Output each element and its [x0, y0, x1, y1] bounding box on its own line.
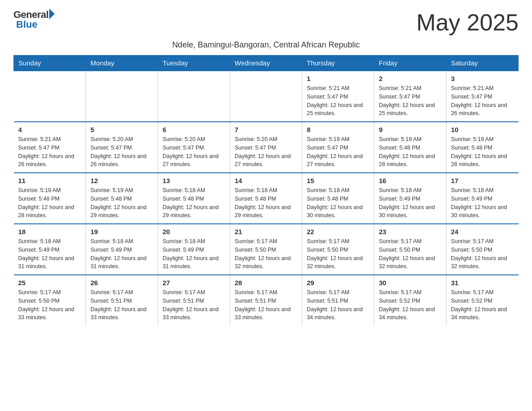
day-number: 8: [307, 126, 369, 133]
day-number: 27: [163, 279, 225, 287]
day-number: 30: [379, 279, 442, 287]
calendar-day-7: 7Sunrise: 5:20 AMSunset: 5:47 PMDaylight…: [230, 122, 302, 173]
weekday-header-friday: Friday: [374, 56, 446, 71]
calendar-day-23: 23Sunrise: 5:17 AMSunset: 5:50 PMDayligh…: [374, 224, 446, 275]
day-number: 3: [451, 75, 514, 82]
calendar-week-row: 4Sunrise: 5:21 AMSunset: 5:47 PMDaylight…: [14, 122, 519, 173]
calendar-header-row: SundayMondayTuesdayWednesdayThursdayFrid…: [14, 56, 519, 71]
day-number: 1: [307, 75, 369, 82]
logo-arrow-icon: [49, 9, 55, 19]
day-info: Sunrise: 5:21 AMSunset: 5:47 PMDaylight:…: [18, 135, 82, 169]
day-info: Sunrise: 5:21 AMSunset: 5:47 PMDaylight:…: [451, 84, 514, 118]
month-title: May 2025: [416, 9, 519, 36]
day-info: Sunrise: 5:20 AMSunset: 5:47 PMDaylight:…: [235, 135, 297, 169]
day-number: 15: [307, 177, 369, 184]
day-number: 31: [451, 279, 514, 287]
calendar-empty-cell: [86, 71, 158, 122]
day-info: Sunrise: 5:20 AMSunset: 5:47 PMDaylight:…: [163, 135, 225, 169]
logo-blue-text: Blue: [16, 19, 38, 30]
day-number: 14: [235, 177, 297, 184]
calendar-week-row: 25Sunrise: 5:17 AMSunset: 5:50 PMDayligh…: [14, 275, 519, 325]
day-info: Sunrise: 5:17 AMSunset: 5:50 PMDaylight:…: [18, 288, 82, 322]
day-number: 25: [18, 279, 82, 287]
day-number: 17: [451, 177, 514, 184]
calendar-empty-cell: [14, 71, 86, 122]
day-info: Sunrise: 5:18 AMSunset: 5:49 PMDaylight:…: [379, 186, 442, 220]
day-info: Sunrise: 5:21 AMSunset: 5:47 PMDaylight:…: [307, 84, 369, 118]
calendar-table: SundayMondayTuesdayWednesdayThursdayFrid…: [13, 55, 519, 325]
weekday-header-sunday: Sunday: [14, 56, 86, 71]
day-info: Sunrise: 5:17 AMSunset: 5:50 PMDaylight:…: [235, 237, 297, 271]
weekday-header-wednesday: Wednesday: [230, 56, 302, 71]
day-info: Sunrise: 5:18 AMSunset: 5:49 PMDaylight:…: [163, 237, 225, 271]
day-number: 12: [90, 177, 153, 184]
calendar-day-16: 16Sunrise: 5:18 AMSunset: 5:49 PMDayligh…: [374, 173, 446, 224]
day-info: Sunrise: 5:19 AMSunset: 5:47 PMDaylight:…: [307, 135, 369, 169]
calendar-day-22: 22Sunrise: 5:17 AMSunset: 5:50 PMDayligh…: [302, 224, 374, 275]
day-number: 11: [18, 177, 82, 184]
day-number: 18: [18, 228, 82, 235]
day-info: Sunrise: 5:19 AMSunset: 5:48 PMDaylight:…: [90, 186, 153, 220]
day-info: Sunrise: 5:19 AMSunset: 5:48 PMDaylight:…: [451, 135, 514, 169]
day-number: 23: [379, 228, 442, 235]
calendar-week-row: 11Sunrise: 5:19 AMSunset: 5:48 PMDayligh…: [14, 173, 519, 224]
day-info: Sunrise: 5:17 AMSunset: 5:52 PMDaylight:…: [379, 288, 442, 322]
day-number: 21: [235, 228, 297, 235]
calendar-day-19: 19Sunrise: 5:18 AMSunset: 5:49 PMDayligh…: [86, 224, 158, 275]
day-info: Sunrise: 5:19 AMSunset: 5:48 PMDaylight:…: [18, 186, 82, 220]
calendar-day-9: 9Sunrise: 5:19 AMSunset: 5:48 PMDaylight…: [374, 122, 446, 173]
calendar-day-25: 25Sunrise: 5:17 AMSunset: 5:50 PMDayligh…: [14, 275, 86, 325]
weekday-header-thursday: Thursday: [302, 56, 374, 71]
day-info: Sunrise: 5:18 AMSunset: 5:48 PMDaylight:…: [163, 186, 225, 220]
day-number: 7: [235, 126, 297, 133]
day-info: Sunrise: 5:18 AMSunset: 5:49 PMDaylight:…: [18, 237, 82, 271]
calendar-day-6: 6Sunrise: 5:20 AMSunset: 5:47 PMDaylight…: [158, 122, 230, 173]
day-info: Sunrise: 5:18 AMSunset: 5:49 PMDaylight:…: [451, 186, 514, 220]
calendar-day-24: 24Sunrise: 5:17 AMSunset: 5:50 PMDayligh…: [446, 224, 519, 275]
calendar-day-15: 15Sunrise: 5:18 AMSunset: 5:48 PMDayligh…: [302, 173, 374, 224]
calendar-day-30: 30Sunrise: 5:17 AMSunset: 5:52 PMDayligh…: [374, 275, 446, 325]
day-info: Sunrise: 5:17 AMSunset: 5:51 PMDaylight:…: [90, 288, 153, 322]
calendar-day-2: 2Sunrise: 5:21 AMSunset: 5:47 PMDaylight…: [374, 71, 446, 122]
calendar-day-17: 17Sunrise: 5:18 AMSunset: 5:49 PMDayligh…: [446, 173, 519, 224]
calendar-empty-cell: [230, 71, 302, 122]
calendar-day-29: 29Sunrise: 5:17 AMSunset: 5:51 PMDayligh…: [302, 275, 374, 325]
calendar-day-11: 11Sunrise: 5:19 AMSunset: 5:48 PMDayligh…: [14, 173, 86, 224]
calendar-day-26: 26Sunrise: 5:17 AMSunset: 5:51 PMDayligh…: [86, 275, 158, 325]
day-number: 24: [451, 228, 514, 235]
calendar-empty-cell: [158, 71, 230, 122]
weekday-header-tuesday: Tuesday: [158, 56, 230, 71]
day-number: 20: [163, 228, 225, 235]
calendar-week-row: 1Sunrise: 5:21 AMSunset: 5:47 PMDaylight…: [14, 71, 519, 122]
day-number: 16: [379, 177, 442, 184]
day-info: Sunrise: 5:17 AMSunset: 5:50 PMDaylight:…: [379, 237, 442, 271]
day-number: 5: [90, 126, 153, 133]
day-number: 2: [379, 75, 442, 82]
calendar-week-row: 18Sunrise: 5:18 AMSunset: 5:49 PMDayligh…: [14, 224, 519, 275]
day-info: Sunrise: 5:17 AMSunset: 5:51 PMDaylight:…: [307, 288, 369, 322]
day-number: 4: [18, 126, 82, 133]
day-number: 6: [163, 126, 225, 133]
day-info: Sunrise: 5:20 AMSunset: 5:47 PMDaylight:…: [90, 135, 153, 169]
day-info: Sunrise: 5:17 AMSunset: 5:51 PMDaylight:…: [163, 288, 225, 322]
day-info: Sunrise: 5:19 AMSunset: 5:48 PMDaylight:…: [379, 135, 442, 169]
logo: General Blue: [13, 9, 55, 30]
day-number: 10: [451, 126, 514, 133]
calendar-day-5: 5Sunrise: 5:20 AMSunset: 5:47 PMDaylight…: [86, 122, 158, 173]
day-info: Sunrise: 5:18 AMSunset: 5:49 PMDaylight:…: [90, 237, 153, 271]
day-number: 26: [90, 279, 153, 287]
day-info: Sunrise: 5:17 AMSunset: 5:50 PMDaylight:…: [307, 237, 369, 271]
calendar-day-27: 27Sunrise: 5:17 AMSunset: 5:51 PMDayligh…: [158, 275, 230, 325]
day-number: 13: [163, 177, 225, 184]
day-info: Sunrise: 5:21 AMSunset: 5:47 PMDaylight:…: [379, 84, 442, 118]
weekday-header-monday: Monday: [86, 56, 158, 71]
day-info: Sunrise: 5:18 AMSunset: 5:48 PMDaylight:…: [307, 186, 369, 220]
calendar-day-21: 21Sunrise: 5:17 AMSunset: 5:50 PMDayligh…: [230, 224, 302, 275]
calendar-day-18: 18Sunrise: 5:18 AMSunset: 5:49 PMDayligh…: [14, 224, 86, 275]
calendar-day-20: 20Sunrise: 5:18 AMSunset: 5:49 PMDayligh…: [158, 224, 230, 275]
day-number: 9: [379, 126, 442, 133]
day-number: 29: [307, 279, 369, 287]
day-info: Sunrise: 5:17 AMSunset: 5:52 PMDaylight:…: [451, 288, 514, 322]
calendar-day-31: 31Sunrise: 5:17 AMSunset: 5:52 PMDayligh…: [446, 275, 519, 325]
day-number: 28: [235, 279, 297, 287]
